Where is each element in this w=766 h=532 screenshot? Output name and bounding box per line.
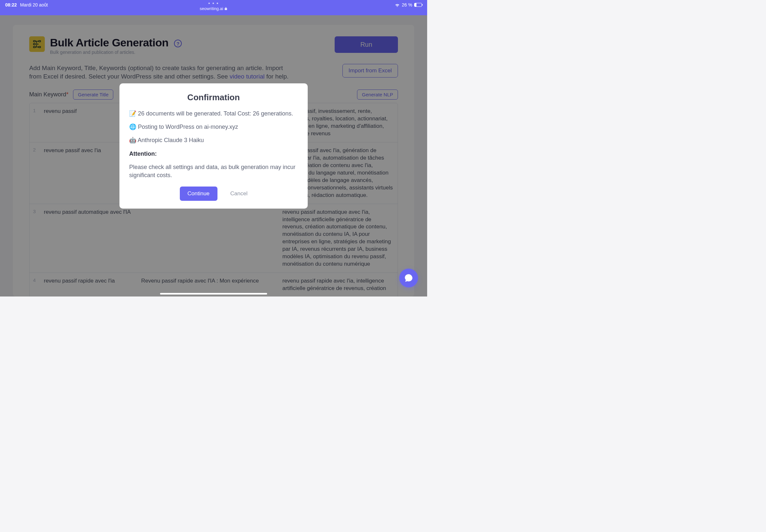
status-center: ● ● ● seowriting.ai — [200, 2, 227, 11]
modal-attention-label: Attention: — [129, 150, 298, 158]
modal-overlay[interactable]: Confirmation 📝 26 documents will be gene… — [0, 15, 427, 296]
status-right: 26 % — [395, 2, 422, 7]
ios-status-bar: 08:22 Mardi 20 août ● ● ● seowriting.ai … — [0, 0, 427, 15]
modal-wordpress-line: 🌐 Posting to WordPress on ai-money.xyz — [129, 123, 298, 131]
cancel-button[interactable]: Cancel — [230, 190, 248, 197]
lock-icon — [225, 7, 227, 10]
modal-title: Confirmation — [129, 92, 298, 103]
modal-model-line: 🤖 Anthropic Claude 3 Haiku — [129, 136, 298, 144]
modal-warning-text: Please check all settings and data, as b… — [129, 163, 298, 179]
chat-icon — [404, 273, 413, 283]
browser-url[interactable]: seowriting.ai — [200, 6, 227, 11]
confirmation-modal: Confirmation 📝 26 documents will be gene… — [119, 83, 308, 209]
status-time: 08:22 — [5, 2, 17, 7]
chat-button[interactable] — [399, 269, 418, 287]
status-date: Mardi 20 août — [20, 2, 48, 7]
wifi-icon — [395, 3, 400, 7]
modal-documents-line: 📝 26 documents will be generated. Total … — [129, 110, 298, 118]
battery-percent: 26 % — [402, 2, 412, 7]
multitasking-dots-icon: ● ● ● — [200, 2, 227, 5]
modal-actions: Continue Cancel — [129, 187, 298, 201]
continue-button[interactable]: Continue — [180, 187, 217, 201]
battery-icon — [414, 3, 422, 7]
home-indicator[interactable] — [160, 293, 267, 295]
status-left: 08:22 Mardi 20 août — [5, 2, 48, 7]
url-text: seowriting.ai — [200, 6, 223, 11]
